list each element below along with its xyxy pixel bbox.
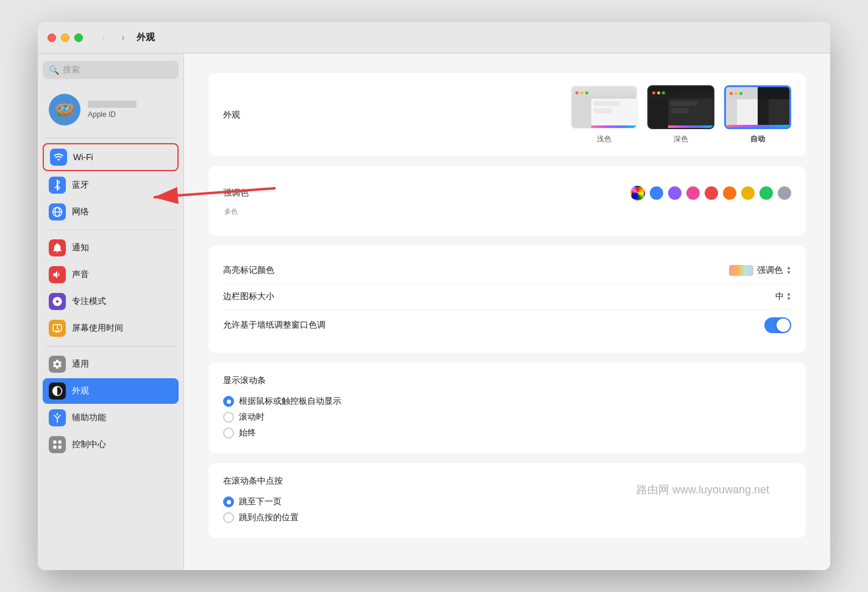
click-jumptospot[interactable]: 跳到点按的位置 [223, 512, 791, 523]
titlebar: ‹ › 外观 [38, 22, 830, 54]
highlight-stepper[interactable]: ▲ ▼ [786, 266, 791, 275]
scrollbar-section: 显示滚动条 根据鼠标或触控板自动显示 滚动时 始终 [208, 362, 806, 453]
sidebar-item-notification[interactable]: 通知 [43, 235, 179, 261]
scrollbar-always[interactable]: 始终 [223, 428, 791, 439]
settings-section: 高亮标记颜色 强调色 ▲ ▼ 边栏图标大小 中 [208, 245, 806, 353]
scrollbar-scroll-radio[interactable] [223, 412, 234, 423]
sidebar-item-screentime[interactable]: 屏幕使用时间 [43, 315, 179, 341]
general-icon [49, 356, 66, 373]
sidebar-icon-stepper[interactable]: 中 ▲ ▼ [775, 291, 791, 302]
divider [45, 138, 176, 138]
auto-preview [724, 85, 791, 129]
click-nextpage-radio[interactable] [223, 496, 234, 507]
sidebar-icon-arrows[interactable]: ▲ ▼ [786, 292, 791, 301]
highlight-value-label: 强调色 [757, 265, 783, 276]
appearance-options: 浅色 [571, 85, 791, 144]
scrollbar-scroll[interactable]: 滚动时 [223, 412, 791, 423]
click-nextpage[interactable]: 跳至下一页 [223, 496, 791, 507]
light-preview [571, 85, 638, 129]
avatar: 🪺 [49, 94, 80, 125]
sidebar-item-focus[interactable]: 专注模式 [43, 289, 179, 314]
swatch-blue[interactable] [650, 186, 663, 200]
appearance-section-label: 外观 [223, 110, 272, 121]
screentime-label: 屏幕使用时间 [72, 323, 123, 334]
appearance-row: 外观 [223, 85, 791, 144]
content-area: 外观 [184, 54, 830, 570]
wallpaper-row: 允许基于墙纸调整窗口色调 [223, 310, 791, 340]
control-icon [49, 436, 66, 453]
swatch-orange[interactable] [723, 186, 736, 200]
page-title: 外观 [137, 32, 155, 43]
click-jumptospot-radio[interactable] [223, 512, 234, 523]
appearance-section: 外观 [208, 73, 806, 157]
wifi-label: Wi-Fi [73, 152, 93, 162]
minimize-button[interactable] [61, 33, 69, 42]
highlight-value[interactable]: 强调色 ▲ ▼ [729, 265, 791, 276]
sidebar-item-appearance[interactable]: 外观 [43, 378, 179, 404]
appearance-light[interactable]: 浅色 [571, 85, 638, 144]
sidebar-icon-row: 边栏图标大小 中 ▲ ▼ [223, 284, 791, 310]
highlight-preview [729, 265, 753, 276]
toggle-knob [777, 319, 790, 332]
svg-point-7 [57, 414, 59, 415]
color-swatches [630, 186, 791, 200]
sidebar-item-accessibility[interactable]: 辅助功能 [43, 405, 179, 431]
apple-id-label: Apple ID [88, 110, 137, 119]
swatch-green[interactable] [760, 186, 773, 200]
forward-button[interactable]: › [115, 29, 132, 46]
search-box[interactable]: 🔍 搜索 [43, 61, 179, 79]
bluetooth-label: 蓝牙 [72, 180, 89, 191]
swatch-gray[interactable] [778, 186, 791, 200]
apple-id-name [88, 100, 137, 108]
click-nextpage-label: 跳至下一页 [239, 496, 282, 507]
close-button[interactable] [48, 33, 56, 42]
traffic-lights [48, 33, 83, 42]
back-button[interactable]: ‹ [95, 29, 112, 46]
swatch-red[interactable] [705, 186, 718, 200]
sidebar-item-sound[interactable]: 声音 [43, 262, 179, 287]
appearance-dark[interactable]: 深色 [647, 85, 714, 144]
scrollbar-label: 显示滚动条 [223, 375, 266, 385]
focus-label: 专注模式 [72, 296, 106, 307]
svg-rect-9 [59, 440, 62, 443]
scrollbar-always-label: 始终 [239, 428, 256, 439]
scrollbar-auto[interactable]: 根据鼠标或触控板自动显示 [223, 396, 791, 407]
sidebar-item-control[interactable]: 控制中心 [43, 432, 179, 457]
sidebar: 🔍 搜索 🪺 Apple ID Wi-Fi [38, 54, 184, 570]
apple-id-section[interactable]: 🪺 Apple ID [43, 89, 179, 130]
maximize-button[interactable] [74, 33, 83, 42]
scrollbar-scroll-label: 滚动时 [239, 412, 265, 423]
wallpaper-label: 允许基于墙纸调整窗口色调 [223, 320, 326, 331]
scrollbar-auto-radio[interactable] [223, 396, 234, 407]
click-options: 跳至下一页 跳到点按的位置 [223, 494, 791, 526]
search-placeholder: 搜索 [63, 65, 80, 76]
sidebar-item-wifi[interactable]: Wi-Fi [43, 143, 179, 171]
swatch-multicolor[interactable] [630, 186, 645, 200]
focus-icon [49, 293, 66, 310]
swatch-yellow[interactable] [741, 186, 755, 200]
svg-rect-10 [53, 446, 56, 449]
navigation: ‹ › [95, 29, 132, 46]
svg-rect-11 [59, 446, 62, 449]
appearance-label: 外观 [72, 386, 89, 396]
general-label: 通用 [72, 359, 89, 370]
apple-id-info: Apple ID [88, 100, 137, 119]
appearance-auto[interactable]: 自动 [724, 85, 791, 144]
swatch-pink[interactable] [686, 186, 700, 200]
scrollbar-always-radio[interactable] [223, 428, 234, 439]
sidebar-item-bluetooth[interactable]: 蓝牙 [43, 172, 179, 198]
screentime-icon [49, 320, 66, 337]
notification-icon [49, 239, 66, 256]
sound-label: 声音 [72, 269, 89, 280]
accessibility-icon [49, 409, 66, 426]
sidebar-item-general[interactable]: 通用 [43, 351, 179, 377]
wallpaper-toggle[interactable] [764, 317, 791, 333]
swatch-purple[interactable] [668, 186, 681, 200]
scrollbar-options: 根据鼠标或触控板自动显示 滚动时 始终 [223, 393, 791, 441]
sidebar-item-network[interactable]: 网络 [43, 199, 179, 225]
dark-label: 深色 [674, 134, 688, 144]
svg-rect-8 [53, 440, 56, 443]
scrollbar-auto-label: 根据鼠标或触控板自动显示 [239, 396, 341, 407]
multicolor-label: 多色 [224, 208, 238, 215]
highlight-label: 高亮标记颜色 [223, 265, 274, 276]
